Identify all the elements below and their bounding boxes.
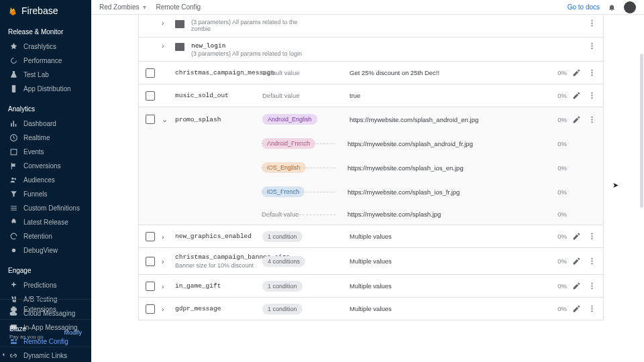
chevron-right-icon[interactable]: › [162,19,170,27]
chevron-down-icon[interactable]: ⌄ [162,115,170,124]
sidebar-item-conversions[interactable]: Conversions [0,159,91,173]
brand[interactable]: Firebase [0,0,91,23]
param-row[interactable]: › gdpr_message 1 condition Multiple valu… [139,298,603,320]
edit-icon[interactable] [572,232,581,241]
flask-icon [9,70,18,79]
sidebar-item-testlab[interactable]: Test Lab [0,68,91,82]
more-icon[interactable] [588,68,596,77]
edit-icon[interactable] [572,115,581,124]
sidebar-item-dashboard[interactable]: Dashboard [0,117,91,131]
chevron-right-icon[interactable]: › [162,305,170,313]
edit-icon[interactable] [572,282,581,290]
project-selector[interactable]: Red Zombies [99,3,139,11]
edit-icon[interactable] [572,91,581,100]
sidebar-item-appdist[interactable]: App Distribution [0,82,91,96]
percent: 0% [540,282,567,290]
more-icon[interactable] [588,19,596,27]
section-title: Engage [0,261,91,278]
sidebar-item-retention[interactable]: Retention [0,229,91,243]
sidebar-extensions[interactable]: Extensions [0,299,91,319]
section-analytics: Analytics Dashboard Realtime Events Conv… [0,100,91,257]
param-value: https://mywebsite.com/splash_ios_en.jpg [347,164,540,172]
more-icon[interactable] [588,304,596,313]
row-checkbox[interactable] [146,282,155,291]
group-row[interactable]: › new_login (3 parameters) All params re… [139,38,603,62]
sidebar-item-debugview[interactable]: DebugView [0,243,91,257]
param-name: new_graphics_enabled [175,233,262,240]
svg-point-29 [592,286,593,287]
row-checkbox[interactable] [146,232,155,241]
param-value: Multiple values [350,257,540,265]
sidebar-item-customdef[interactable]: Custom Definitions [0,201,91,215]
sidebar-item-events[interactable]: Events [0,145,91,159]
sidebar-item-predictions[interactable]: Predictions [0,278,91,292]
param-row[interactable]: › christmas_campaign_banner_size Banner … [139,248,603,275]
param-row-expanded: ⌄ promo_splash Android_English https://m… [139,107,603,225]
condition-label: Default value [262,92,350,99]
chevron-right-icon[interactable]: › [162,282,170,290]
more-icon[interactable] [588,257,596,265]
more-icon[interactable] [588,91,596,100]
svg-point-26 [592,261,593,262]
svg-point-16 [592,93,593,94]
condition-chip[interactable]: 1 condition [262,231,303,242]
sidebar-item-latestrelease[interactable]: Latest Release [0,215,91,229]
chevron-right-icon[interactable]: › [162,42,170,50]
edit-icon[interactable] [572,68,581,77]
svg-point-17 [592,95,593,97]
sidebar-item-audiences[interactable]: Audiences [0,173,91,187]
edit-icon[interactable] [572,257,581,265]
more-icon[interactable] [588,115,596,124]
firebase-logo-icon [8,6,17,15]
svg-point-15 [592,74,593,76]
avatar[interactable] [624,1,636,13]
sidebar-item-crashlytics[interactable]: Crashlytics [0,40,91,54]
param-value: true [350,92,540,99]
crashlytics-icon [9,42,18,51]
condition-chip[interactable]: 4 conditions [262,256,305,267]
chevron-right-icon[interactable]: › [162,257,170,265]
svg-point-5 [12,249,15,252]
condition-chip[interactable]: 1 condition [262,304,303,314]
sidebar-item-realtime[interactable]: Realtime [0,131,91,145]
speed-icon [9,56,18,65]
param-value: https://mywebsite.com/splash.jpg [347,210,540,218]
sidebar-item-performance[interactable]: Performance [0,54,91,68]
sidebar-billing[interactable]: Blaze Pay as you go Modify [0,319,91,347]
condition-chip[interactable]: iOS_French [262,186,305,197]
row-checkbox[interactable] [146,91,155,101]
param-row[interactable]: music_sold_out Default value true 0% [139,84,603,107]
billing-modify[interactable]: Modify [64,329,82,336]
chevron-right-icon[interactable]: › [162,233,170,241]
section-title: Analytics [0,100,91,117]
condition-chip[interactable]: Android_French [262,138,315,149]
param-row[interactable]: christmas_campaign_message Default value… [139,62,603,84]
param-name: promo_splash [175,116,262,123]
condition-chip[interactable]: 1 condition [262,281,303,292]
sidebar-item-funnels[interactable]: Funnels [0,187,91,201]
breadcrumb-current: Remote Config [156,3,201,11]
more-icon[interactable] [588,42,596,50]
group-row[interactable]: › (3 parameters) All params related to t… [139,15,603,38]
more-icon[interactable] [588,232,596,241]
condition-chip[interactable]: Android_English [262,114,317,125]
svg-point-8 [592,23,593,24]
edit-icon[interactable] [572,304,581,313]
more-icon[interactable] [588,282,596,290]
row-checkbox[interactable] [146,68,155,78]
scrollbar[interactable] [640,54,643,208]
bell-icon[interactable] [608,3,616,11]
param-row[interactable]: › new_graphics_enabled 1 condition Multi… [139,225,603,248]
condition-chip[interactable]: iOS_English [262,162,306,173]
row-checkbox[interactable] [146,257,155,266]
goto-docs-link[interactable]: Go to docs [568,3,600,11]
sidebar-collapse[interactable] [0,347,91,362]
svg-point-31 [592,306,593,307]
svg-point-24 [592,238,593,239]
percent: 0% [540,188,567,196]
chevron-down-icon[interactable]: ▾ [143,3,146,11]
row-checkbox[interactable] [146,115,155,124]
param-row[interactable]: › in_game_gift 1 condition Multiple valu… [139,275,603,298]
row-checkbox[interactable] [146,304,155,314]
svg-point-3 [11,178,13,180]
